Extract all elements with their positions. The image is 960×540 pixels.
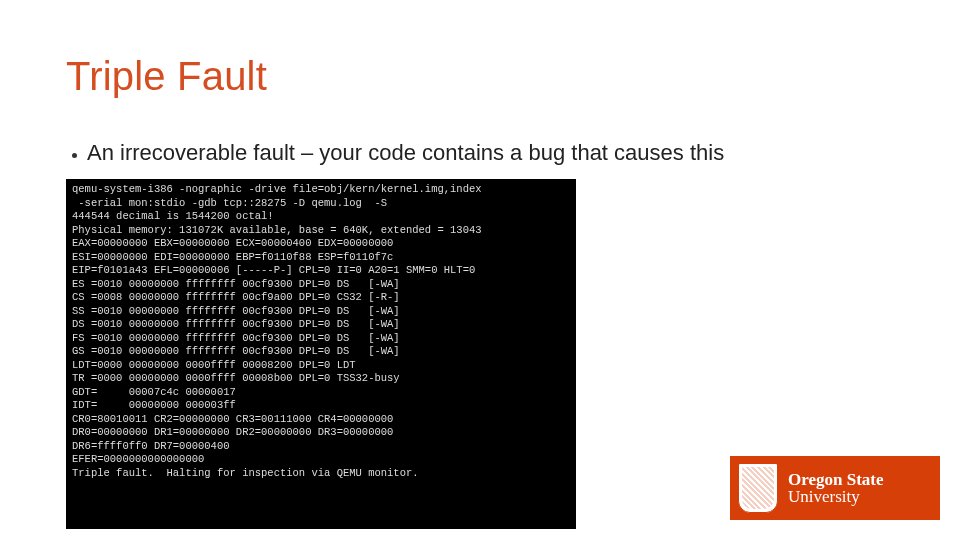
- osu-shield-icon: [738, 463, 778, 513]
- slide-title: Triple Fault: [66, 54, 267, 99]
- osu-logo-text: Oregon State University: [788, 471, 884, 505]
- bullet-icon: [72, 153, 77, 158]
- osu-logo-line1: Oregon State: [788, 471, 884, 488]
- osu-logo-line2: University: [788, 488, 884, 505]
- bullet-text: An irrecoverable fault – your code conta…: [87, 140, 724, 166]
- terminal-screenshot: qemu-system-i386 -nographic -drive file=…: [66, 179, 576, 529]
- osu-logo: Oregon State University: [730, 456, 940, 520]
- slide: Triple Fault An irrecoverable fault – yo…: [0, 0, 960, 540]
- bullet-item: An irrecoverable fault – your code conta…: [72, 140, 724, 166]
